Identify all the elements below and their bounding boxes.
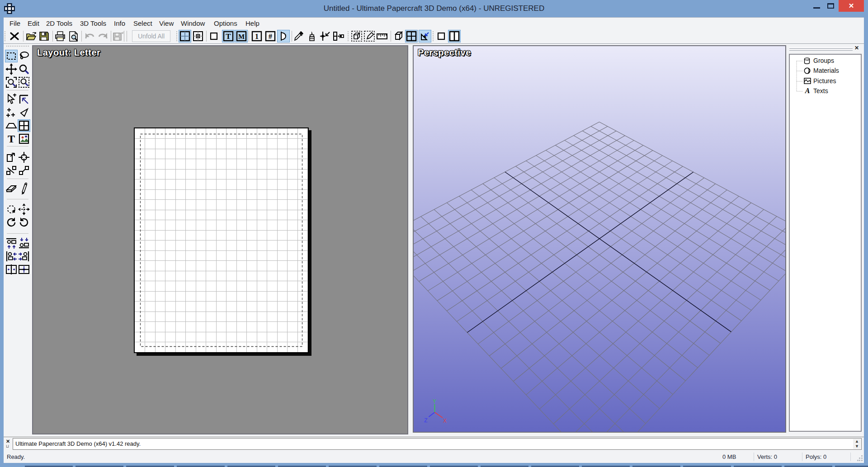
svg-text:X: X bbox=[443, 418, 447, 424]
svg-text:A: A bbox=[805, 88, 810, 94]
svg-text:T: T bbox=[8, 133, 15, 144]
svg-text:#: # bbox=[269, 33, 272, 40]
svg-text:1: 1 bbox=[255, 33, 259, 40]
svg-text:Z: Z bbox=[424, 417, 427, 424]
svg-text:T: T bbox=[226, 32, 231, 41]
svg-text:Y: Y bbox=[433, 398, 436, 405]
svg-text:M: M bbox=[238, 33, 245, 40]
